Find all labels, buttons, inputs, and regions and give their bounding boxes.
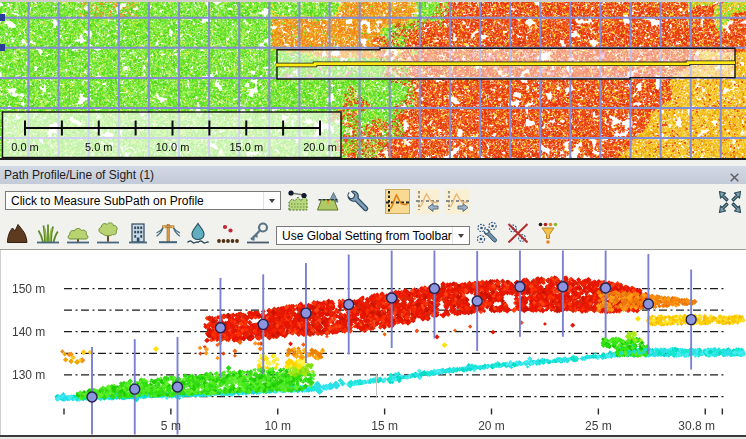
panel-title: Path Profile/Line of Sight (1) <box>0 168 154 182</box>
panel-titlebar: Path Profile/Line of Sight (1) <box>0 165 746 184</box>
classify-setting-value: Use Global Setting from Toolbar <box>277 229 452 243</box>
scalebar-label: 5.0 m <box>85 142 113 153</box>
scalebar-label: 0.0 m <box>11 142 39 153</box>
classify-setting-combobox[interactable]: Use Global Setting from Toolbar <box>276 226 470 245</box>
expand-icon[interactable] <box>717 189 743 215</box>
x-axis-label: 15 m <box>371 420 398 432</box>
wrench-icon[interactable] <box>346 189 370 213</box>
y-axis-label: 130 m <box>12 369 45 381</box>
toolbar-separator <box>376 373 377 397</box>
measure-subpath-icon[interactable] <box>287 189 311 213</box>
x-axis-label: 30.8 m <box>678 420 715 432</box>
building-icon[interactable] <box>126 221 150 245</box>
profile-next-icon[interactable] <box>445 189 470 214</box>
chevron-down-icon[interactable] <box>263 192 280 209</box>
key-icon[interactable] <box>246 221 270 245</box>
y-axis-label: 150 m <box>12 283 45 295</box>
measure-mode-combobox[interactable]: Click to Measure SubPath on Profile <box>5 191 281 210</box>
top-edge-strip <box>0 0 746 2</box>
shrub-icon[interactable] <box>66 221 90 245</box>
classify-clear-icon[interactable] <box>506 221 530 245</box>
scalebar-label: 20.0 m <box>303 142 337 153</box>
noise-points-icon[interactable] <box>216 221 240 245</box>
scalebar-label: 10.0 m <box>156 142 190 153</box>
x-axis-label: 20 m <box>478 420 505 432</box>
chart-top-border <box>0 249 746 250</box>
scalebar-label: 15.0 m <box>229 142 263 153</box>
panel-toolbar: Click to Measure SubPath on Profile <box>0 184 746 249</box>
classify-settings-icon[interactable] <box>476 221 500 245</box>
profile-current-icon[interactable] <box>385 189 410 214</box>
ground-icon[interactable] <box>6 221 30 245</box>
chart-left-border <box>0 250 1 435</box>
chevron-down-icon[interactable] <box>452 227 469 244</box>
y-axis-label: 140 m <box>12 326 45 338</box>
grass-icon[interactable] <box>36 221 60 245</box>
terrain-profile-icon[interactable] <box>316 189 340 213</box>
profile-prev-icon[interactable] <box>415 189 440 214</box>
water-icon[interactable] <box>186 221 210 245</box>
measure-mode-value: Click to Measure SubPath on Profile <box>6 194 263 208</box>
filter-icon[interactable] <box>536 221 560 245</box>
powerline-icon[interactable] <box>156 221 180 245</box>
tree-icon[interactable] <box>96 221 120 245</box>
x-axis-label: 5 m <box>161 420 181 432</box>
application-window: 0.0 m5.0 m10.0 m15.0 m20.0 m Path Profil… <box>0 0 746 439</box>
x-axis-label: 10 m <box>264 420 291 432</box>
x-axis-label: 25 m <box>585 420 612 432</box>
close-icon[interactable] <box>727 168 742 183</box>
